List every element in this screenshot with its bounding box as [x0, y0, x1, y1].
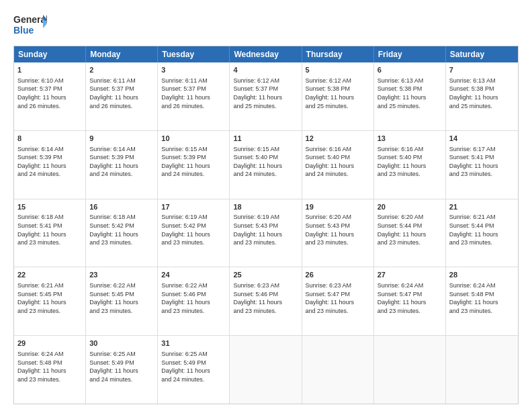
- cell-text-line: Sunset: 5:38 PM: [449, 85, 515, 93]
- cell-text-line: Daylight: 11 hours: [89, 162, 154, 171]
- cell-text-line: and 23 minutes.: [89, 238, 154, 247]
- header-day-sunday: Sunday: [14, 46, 86, 62]
- day-number: 13: [378, 134, 442, 144]
- cell-text-line: Sunrise: 6:11 AM: [161, 77, 226, 85]
- cell-text-line: Sunrise: 6:24 AM: [17, 350, 82, 359]
- cell-text-line: Sunset: 5:37 PM: [161, 85, 226, 93]
- calendar-row-2: 8Sunrise: 6:14 AMSunset: 5:39 PMDaylight…: [14, 130, 518, 199]
- day-cell-24: 24Sunrise: 6:22 AMSunset: 5:46 PMDayligh…: [158, 267, 230, 335]
- cell-text-line: Sunset: 5:46 PM: [233, 290, 298, 299]
- day-number: 1: [17, 65, 82, 75]
- day-number: 12: [306, 134, 370, 144]
- cell-text-line: Sunrise: 6:23 AM: [233, 281, 298, 290]
- day-number: 10: [161, 134, 226, 144]
- cell-text-line: Daylight: 11 hours: [17, 162, 82, 171]
- cell-text-line: Daylight: 11 hours: [449, 298, 515, 307]
- calendar-row-1: 1Sunrise: 6:10 AMSunset: 5:37 PMDaylight…: [14, 62, 518, 130]
- cell-text-line: Daylight: 11 hours: [306, 93, 370, 102]
- day-cell-13: 13Sunrise: 6:16 AMSunset: 5:40 PMDayligh…: [374, 131, 446, 199]
- cell-text-line: Daylight: 11 hours: [17, 93, 82, 102]
- day-cell-6: 6Sunrise: 6:13 AMSunset: 5:38 PMDaylight…: [374, 62, 446, 130]
- day-cell-30: 30Sunrise: 6:25 AMSunset: 5:49 PMDayligh…: [86, 336, 158, 404]
- day-number: 29: [17, 338, 82, 349]
- cell-text-line: Daylight: 11 hours: [17, 367, 82, 375]
- cell-text-line: and 23 minutes.: [89, 307, 154, 316]
- cell-text-line: Daylight: 11 hours: [449, 162, 515, 171]
- cell-text-line: Daylight: 11 hours: [306, 162, 370, 171]
- day-cell-5: 5Sunrise: 6:12 AMSunset: 5:38 PMDaylight…: [302, 62, 374, 130]
- svg-text:General: General: [13, 14, 47, 25]
- cell-text-line: and 23 minutes.: [17, 307, 82, 316]
- cell-text-line: and 26 minutes.: [161, 102, 226, 111]
- empty-cell: [230, 336, 302, 404]
- cell-text-line: Daylight: 11 hours: [378, 230, 442, 239]
- cell-text-line: Sunset: 5:45 PM: [17, 290, 82, 299]
- day-number: 2: [89, 65, 154, 75]
- cell-text-line: Sunset: 5:38 PM: [378, 85, 442, 93]
- day-number: 3: [161, 65, 226, 75]
- logo: General Blue: [13, 11, 47, 39]
- cell-text-line: and 25 minutes.: [378, 102, 442, 111]
- header-day-wednesday: Wednesday: [230, 46, 302, 62]
- day-cell-1: 1Sunrise: 6:10 AMSunset: 5:37 PMDaylight…: [14, 62, 86, 130]
- cell-text-line: Daylight: 11 hours: [306, 230, 370, 239]
- cell-text-line: Daylight: 11 hours: [161, 367, 226, 375]
- cell-text-line: Sunrise: 6:12 AM: [306, 77, 370, 85]
- cell-text-line: Sunset: 5:39 PM: [89, 153, 154, 162]
- cell-text-line: Daylight: 11 hours: [17, 298, 82, 307]
- day-number: 17: [161, 202, 226, 212]
- cell-text-line: Daylight: 11 hours: [161, 162, 226, 171]
- day-number: 21: [449, 202, 515, 212]
- page-header: General Blue: [13, 11, 519, 39]
- cell-text-line: Daylight: 11 hours: [89, 367, 154, 375]
- cell-text-line: and 23 minutes.: [17, 375, 82, 384]
- cell-text-line: Sunrise: 6:17 AM: [449, 145, 515, 154]
- cell-text-line: Sunset: 5:37 PM: [17, 85, 82, 93]
- day-cell-16: 16Sunrise: 6:18 AMSunset: 5:42 PMDayligh…: [86, 199, 158, 267]
- cell-text-line: and 23 minutes.: [449, 170, 515, 179]
- cell-text-line: and 25 minutes.: [449, 102, 515, 111]
- cell-text-line: Sunset: 5:49 PM: [161, 359, 226, 367]
- day-cell-11: 11Sunrise: 6:15 AMSunset: 5:40 PMDayligh…: [230, 131, 302, 199]
- day-number: 24: [161, 270, 226, 280]
- cell-text-line: Sunrise: 6:24 AM: [378, 281, 442, 290]
- cell-text-line: and 24 minutes.: [89, 375, 154, 384]
- day-number: 6: [378, 65, 442, 75]
- cell-text-line: Daylight: 11 hours: [449, 93, 515, 102]
- cell-text-line: Sunset: 5:44 PM: [378, 222, 442, 230]
- day-number: 19: [306, 202, 370, 212]
- header-day-friday: Friday: [374, 46, 446, 62]
- cell-text-line: Sunrise: 6:18 AM: [17, 213, 82, 222]
- cell-text-line: Daylight: 11 hours: [378, 298, 442, 307]
- cell-text-line: Sunset: 5:39 PM: [161, 153, 226, 162]
- cell-text-line: and 23 minutes.: [233, 307, 298, 316]
- cell-text-line: Sunset: 5:47 PM: [306, 290, 370, 299]
- day-cell-8: 8Sunrise: 6:14 AMSunset: 5:39 PMDaylight…: [14, 131, 86, 199]
- day-cell-10: 10Sunrise: 6:15 AMSunset: 5:39 PMDayligh…: [158, 131, 230, 199]
- day-number: 18: [233, 202, 298, 212]
- cell-text-line: and 24 minutes.: [306, 170, 370, 179]
- cell-text-line: Sunset: 5:37 PM: [233, 85, 298, 93]
- cell-text-line: Sunset: 5:45 PM: [89, 290, 154, 299]
- cell-text-line: Sunrise: 6:24 AM: [449, 281, 515, 290]
- cell-text-line: Daylight: 11 hours: [89, 93, 154, 102]
- cell-text-line: and 23 minutes.: [378, 238, 442, 247]
- day-number: 14: [449, 134, 515, 144]
- cell-text-line: Sunrise: 6:21 AM: [449, 213, 515, 222]
- cell-text-line: and 23 minutes.: [449, 238, 515, 247]
- cell-text-line: and 25 minutes.: [306, 102, 370, 111]
- cell-text-line: Sunset: 5:40 PM: [306, 153, 370, 162]
- cell-text-line: Sunrise: 6:16 AM: [306, 145, 370, 154]
- cell-text-line: and 23 minutes.: [378, 307, 442, 316]
- cell-text-line: Sunset: 5:39 PM: [17, 153, 82, 162]
- day-cell-25: 25Sunrise: 6:23 AMSunset: 5:46 PMDayligh…: [230, 267, 302, 335]
- cell-text-line: Sunrise: 6:15 AM: [161, 145, 226, 154]
- day-number: 22: [17, 270, 82, 280]
- day-cell-3: 3Sunrise: 6:11 AMSunset: 5:37 PMDaylight…: [158, 62, 230, 130]
- day-number: 7: [449, 65, 515, 75]
- day-cell-4: 4Sunrise: 6:12 AMSunset: 5:37 PMDaylight…: [230, 62, 302, 130]
- cell-text-line: Daylight: 11 hours: [89, 230, 154, 239]
- cell-text-line: Sunrise: 6:19 AM: [161, 213, 226, 222]
- empty-cell: [374, 336, 446, 404]
- cell-text-line: and 25 minutes.: [233, 102, 298, 111]
